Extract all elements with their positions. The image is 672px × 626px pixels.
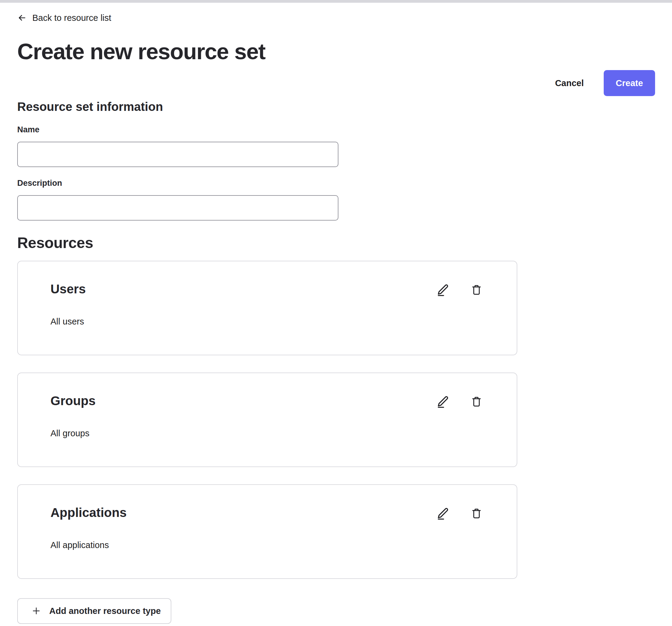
card-header: Users — [50, 282, 483, 297]
cancel-button[interactable]: Cancel — [552, 70, 587, 96]
resource-card-users: Users — [17, 261, 517, 355]
edit-button[interactable] — [436, 283, 450, 297]
resource-card-title: Groups — [50, 394, 95, 408]
add-resource-type-button[interactable]: Add another resource type — [17, 598, 171, 624]
left-arrow-icon — [17, 13, 27, 23]
pencil-icon — [437, 506, 450, 520]
trash-icon — [471, 506, 483, 520]
card-actions — [436, 394, 483, 409]
name-label: Name — [17, 125, 655, 135]
top-border-bar — [0, 0, 672, 3]
create-button[interactable]: Create — [604, 70, 655, 96]
pencil-icon — [437, 394, 450, 408]
edit-button[interactable] — [436, 506, 450, 521]
resource-card-title: Users — [50, 282, 86, 296]
page-content: Back to resource list Create new resourc… — [0, 3, 672, 624]
add-resource-type-label: Add another resource type — [49, 606, 161, 616]
back-link[interactable]: Back to resource list — [17, 13, 111, 23]
resource-card-subtitle: All groups — [50, 428, 483, 438]
card-header: Applications — [50, 505, 483, 521]
name-input[interactable] — [17, 142, 338, 167]
form-actions: Cancel Create — [17, 70, 655, 96]
description-input[interactable] — [17, 195, 338, 220]
resource-card-applications: Applications — [17, 484, 517, 579]
resource-card-groups: Groups — [17, 372, 517, 467]
page-title: Create new resource set — [17, 39, 655, 65]
edit-button[interactable] — [436, 394, 450, 409]
resource-card-title: Applications — [50, 505, 127, 520]
trash-icon — [471, 283, 483, 297]
card-actions — [436, 505, 483, 521]
delete-button[interactable] — [470, 394, 483, 409]
pencil-icon — [437, 283, 450, 297]
section-heading-resources: Resources — [17, 235, 655, 252]
card-header: Groups — [50, 394, 483, 409]
trash-icon — [471, 394, 483, 408]
resource-card-subtitle: All users — [50, 316, 483, 327]
delete-button[interactable] — [470, 283, 483, 297]
delete-button[interactable] — [470, 506, 483, 521]
resource-card-subtitle: All applications — [50, 540, 483, 550]
card-actions — [436, 282, 483, 297]
plus-icon — [31, 606, 41, 616]
description-label: Description — [17, 178, 655, 188]
back-link-label: Back to resource list — [32, 13, 111, 23]
section-heading-resource-set-information: Resource set information — [17, 100, 655, 114]
